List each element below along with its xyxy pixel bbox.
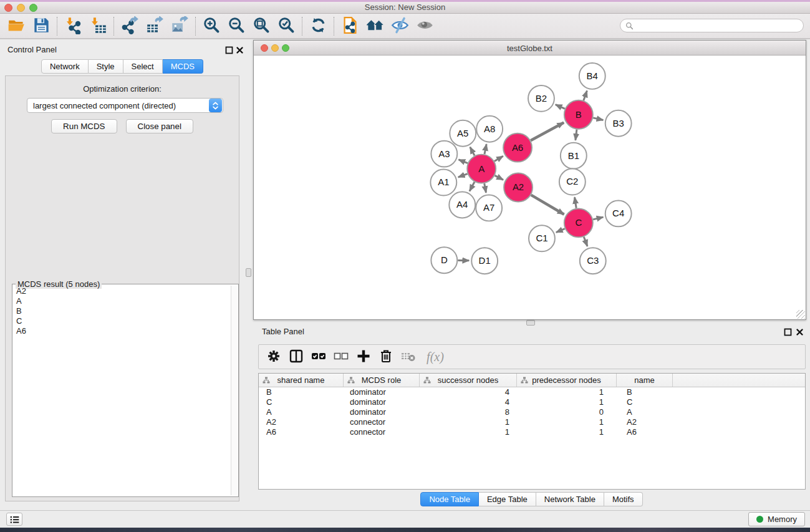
edge-C-C3[interactable] (584, 237, 587, 246)
edge-B-B4[interactable] (584, 90, 587, 100)
node-D[interactable]: D (431, 247, 457, 273)
result-item-a6[interactable]: A6 (14, 326, 230, 336)
table-close-panel-icon[interactable] (796, 328, 804, 336)
edge-A-A8[interactable] (485, 144, 486, 154)
node-B1[interactable]: B1 (561, 143, 587, 169)
task-history-button[interactable] (6, 513, 22, 526)
add-button[interactable] (355, 347, 372, 366)
criterion-dropdown[interactable]: largest connected component (directed) (27, 98, 223, 113)
refresh-layout-button[interactable] (306, 16, 330, 37)
memory-button[interactable]: Memory (748, 512, 805, 526)
column-header-name[interactable]: name (617, 374, 673, 387)
export-table-button[interactable] (142, 16, 167, 37)
result-item-c[interactable]: C (14, 316, 230, 326)
tab-node-table[interactable]: Node Table (420, 492, 479, 506)
zoom-in-button[interactable] (199, 16, 224, 37)
window-resize-grip[interactable] (796, 310, 805, 319)
node-C1[interactable]: C1 (529, 225, 555, 251)
edge-B-B1[interactable] (576, 130, 577, 140)
zoom-selected-button[interactable] (274, 16, 299, 37)
deselect-all-button[interactable] (332, 347, 350, 366)
houses-button[interactable] (362, 16, 387, 37)
column-header-MCDS-role[interactable]: MCDS role (344, 374, 420, 387)
node-C3[interactable]: C3 (580, 248, 606, 274)
table-float-panel-icon[interactable] (784, 328, 792, 336)
edge-A-A4[interactable] (470, 182, 475, 191)
column-header-successor-nodes[interactable]: successor nodes (420, 374, 517, 387)
node-A8[interactable]: A8 (476, 116, 503, 142)
node-C[interactable]: C (564, 208, 593, 237)
zoom-out-button[interactable] (224, 16, 249, 37)
node-C2[interactable]: C2 (559, 169, 586, 195)
edge-A-A5[interactable] (470, 147, 475, 156)
result-item-a[interactable]: A (14, 296, 230, 306)
delete-table-button[interactable] (400, 347, 417, 366)
search-input[interactable] (637, 21, 798, 30)
edge-C-C4[interactable] (593, 217, 603, 220)
eye-button[interactable] (412, 16, 437, 37)
import-table-button[interactable] (85, 16, 110, 37)
close-panel-icon[interactable] (236, 46, 244, 54)
select-all-button[interactable] (310, 347, 327, 366)
column-header-predecessor-nodes[interactable]: predecessor nodes (517, 374, 617, 387)
float-panel-icon[interactable] (225, 46, 233, 54)
node-D1[interactable]: D1 (471, 248, 498, 274)
search-field[interactable] (620, 19, 804, 32)
tab-motifs[interactable]: Motifs (604, 492, 643, 506)
table-row-a[interactable]: Adominator80A (259, 407, 805, 417)
table-row-a6[interactable]: A6connector11A6 (259, 427, 805, 437)
network-canvas[interactable]: B4B2BB3A5A8A6B1A3AC2A1A2A4A7C4CC1C3DD1 (254, 56, 806, 319)
table-row-c[interactable]: Cdominator41C (259, 397, 805, 407)
column-header-shared-name[interactable]: shared name (259, 374, 344, 387)
node-A7[interactable]: A7 (476, 195, 502, 221)
result-item-b[interactable]: B (14, 306, 230, 316)
edge-A-A3[interactable] (458, 160, 467, 163)
edge-C-C2[interactable] (575, 197, 577, 208)
tab-network-table[interactable]: Network Table (536, 492, 604, 506)
tab-style[interactable]: Style (89, 59, 123, 74)
node-B3[interactable]: B3 (605, 110, 632, 137)
node-A4[interactable]: A4 (449, 191, 475, 218)
result-list-scrollbar[interactable] (231, 286, 237, 495)
close-panel-button[interactable]: Close panel (126, 119, 193, 133)
result-item-a2[interactable]: A2 (14, 286, 230, 296)
node-A6[interactable]: A6 (503, 133, 532, 162)
table-row-a2[interactable]: A2connector11A2 (259, 417, 805, 427)
edge-C-C1[interactable] (556, 229, 565, 233)
zoom-fit-button[interactable] (249, 16, 274, 37)
tab-select[interactable]: Select (123, 59, 163, 74)
run-mcds-button[interactable]: Run MCDS (51, 119, 117, 133)
settings-button[interactable] (265, 347, 282, 366)
table-row-b[interactable]: Bdominator41B (259, 387, 805, 397)
tab-network[interactable]: Network (41, 59, 89, 74)
network-window-titlebar[interactable]: testGlobe.txt (254, 41, 806, 56)
node-A5[interactable]: A5 (450, 120, 476, 147)
edge-B-B3[interactable] (593, 118, 603, 120)
split-columns-button[interactable] (287, 347, 305, 366)
eye-slash-button[interactable] (387, 16, 412, 37)
export-image-button[interactable] (167, 16, 192, 37)
import-network-button[interactable] (60, 16, 85, 37)
edge-A6-B[interactable] (531, 123, 564, 141)
tab-edge-table[interactable]: Edge Table (479, 492, 536, 506)
node-C4[interactable]: C4 (605, 200, 632, 226)
node-A2[interactable]: A2 (504, 173, 533, 202)
tab-mcds[interactable]: MCDS (163, 59, 203, 74)
export-network-button[interactable] (117, 16, 142, 37)
node-B4[interactable]: B4 (579, 63, 605, 89)
edge-A-A1[interactable] (458, 174, 468, 177)
function-button[interactable]: f(x) (422, 347, 448, 366)
node-B[interactable]: B (564, 100, 593, 129)
edge-A-A7[interactable] (485, 183, 486, 193)
node-A[interactable]: A (467, 155, 496, 183)
delete-button[interactable] (377, 347, 395, 366)
edge-A-A2[interactable] (495, 175, 503, 180)
edge-B-B2[interactable] (556, 105, 565, 109)
edge-A-A6[interactable] (494, 156, 503, 161)
save-session-button[interactable] (29, 16, 54, 37)
node-A3[interactable]: A3 (431, 141, 457, 167)
open-session-button[interactable] (4, 16, 29, 37)
node-A1[interactable]: A1 (430, 170, 456, 196)
document-network-button[interactable] (337, 16, 362, 37)
edge-A2-C[interactable] (531, 195, 564, 215)
